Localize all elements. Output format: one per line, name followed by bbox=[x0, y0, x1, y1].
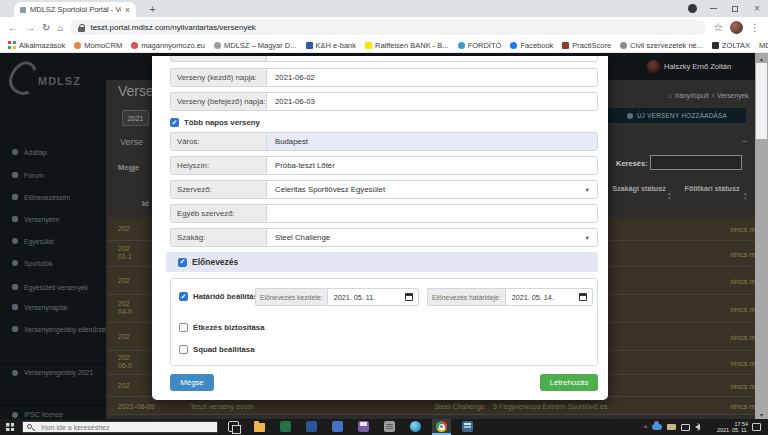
multiday-checkbox[interactable]: ✓ bbox=[170, 118, 179, 127]
squad-checkbox[interactable] bbox=[179, 345, 188, 354]
chrome-update-icon[interactable] bbox=[688, 4, 697, 13]
tab-close-icon[interactable]: × bbox=[125, 5, 130, 15]
action-center-icon[interactable] bbox=[752, 423, 761, 431]
bookmark-star-icon[interactable]: ☆ bbox=[713, 21, 723, 34]
year-tab[interactable]: 2021 bbox=[122, 110, 149, 126]
prereg-deadline-input[interactable]: 2021. 05. 14. bbox=[505, 288, 593, 306]
forward-icon[interactable]: → bbox=[25, 22, 35, 33]
sort-icon[interactable]: ▴▾ bbox=[744, 191, 747, 200]
scroll-down-icon[interactable]: ▾ bbox=[755, 409, 768, 419]
sort-icon[interactable]: ▴▾ bbox=[668, 191, 671, 200]
division-select[interactable]: Steel Challenge ▼ bbox=[266, 228, 598, 247]
browser-menu-icon[interactable]: ⋮ bbox=[750, 22, 760, 33]
window-maximize-button[interactable] bbox=[724, 0, 746, 17]
bookmark-item[interactable]: PractiScore bbox=[562, 41, 611, 50]
taskbar-search-input[interactable] bbox=[39, 422, 215, 432]
bookmark-item[interactable]: Facebook bbox=[510, 41, 553, 50]
archive-app-icon[interactable] bbox=[384, 421, 395, 432]
task-view-icon[interactable] bbox=[228, 421, 239, 432]
preregistration-checkbox[interactable]: ✓ bbox=[178, 258, 187, 267]
bookmark-item[interactable]: magannyomozo.eu bbox=[131, 41, 205, 50]
bookmark-apps[interactable]: Alkalmazások bbox=[8, 41, 65, 50]
onedrive-cloud-icon[interactable] bbox=[652, 424, 662, 430]
scrollbar-thumb[interactable] bbox=[756, 63, 767, 139]
url-field[interactable]: teszt.portal.mdlsz.com/nyilvantartas/ver… bbox=[70, 20, 706, 35]
scroll-up-icon[interactable]: ▴ bbox=[755, 53, 768, 63]
file-explorer-icon[interactable] bbox=[254, 423, 265, 432]
bookmark-item[interactable]: Civil szervezetek né... bbox=[620, 41, 703, 50]
create-button[interactable]: Létrehozás bbox=[540, 374, 598, 391]
sidebar-item-egyesulet[interactable]: Egyesület bbox=[0, 232, 106, 250]
sidebar-item-egyesuleti-versenyek[interactable]: Egyesületi versenyek bbox=[0, 278, 106, 296]
battery-icon[interactable] bbox=[667, 424, 676, 430]
reload-icon[interactable]: ↻ bbox=[42, 22, 50, 33]
sidebar-item-ipsc-licence[interactable]: IPSC licence bbox=[0, 405, 106, 419]
edge-icon[interactable] bbox=[410, 421, 421, 432]
deadline-checkbox[interactable]: ✓ bbox=[179, 292, 188, 301]
chrome-icon[interactable] bbox=[436, 421, 447, 432]
column-header-division-status[interactable]: Szakági státusz bbox=[612, 184, 666, 193]
field-label: Egyéb szervező: bbox=[170, 204, 266, 223]
column-header-secretary-status[interactable]: Főtitkári státusz bbox=[684, 184, 740, 193]
save-app-icon[interactable] bbox=[358, 421, 369, 432]
sidebar-item-versenyengedely-2021[interactable]: Versenyengedély 2021 bbox=[0, 363, 106, 381]
apps-grid-icon bbox=[8, 41, 16, 49]
windows-start-icon[interactable] bbox=[6, 423, 14, 431]
prereg-start-input[interactable]: 2021. 05. 11. bbox=[327, 288, 419, 306]
window-minimize-button[interactable] bbox=[702, 0, 724, 17]
sidebar-item-elonevezeseim[interactable]: Előnevezéseim bbox=[0, 188, 106, 206]
bookmark-item[interactable]: K&H e-bank bbox=[306, 41, 356, 50]
panel-collapse-icon[interactable]: − bbox=[742, 136, 747, 146]
organizer-select[interactable]: Celeritas Sportlövész Egyesület ▼ bbox=[266, 180, 598, 199]
bookmark-item[interactable]: MDLSZ TESZT Spor... bbox=[759, 41, 768, 50]
user-avatar[interactable] bbox=[647, 60, 660, 73]
browser-profile-avatar[interactable] bbox=[730, 21, 743, 34]
url-text[interactable]: teszt.portal.mdlsz.com/nyilvantartas/ver… bbox=[90, 23, 255, 32]
blue-app-icon[interactable] bbox=[332, 421, 343, 432]
sidebar-item-adatlap[interactable]: Adatlap bbox=[0, 143, 106, 161]
start-date-input[interactable]: 2021-06-02 bbox=[266, 68, 598, 87]
word-icon[interactable] bbox=[306, 421, 317, 432]
back-icon[interactable]: ← bbox=[8, 22, 18, 33]
browser-tab[interactable]: MDLSZ Sportolói Portál - Versen × bbox=[14, 2, 136, 17]
deadline-toggle-row: ✓ Határidő beállítása bbox=[179, 292, 262, 301]
table-search-input[interactable] bbox=[650, 155, 742, 170]
window-close-button[interactable]: × bbox=[746, 0, 768, 17]
tray-chevron-icon[interactable]: ^ bbox=[644, 424, 647, 431]
bookmark-item[interactable]: FORDÍTÓ bbox=[458, 41, 502, 50]
meals-checkbox[interactable] bbox=[179, 323, 188, 332]
page-scrollbar[interactable]: ▴ ▾ bbox=[755, 53, 768, 419]
cancel-button[interactable]: Mégse bbox=[170, 374, 214, 391]
bookmark-item[interactable]: Raiffeisen BANK - B... bbox=[365, 41, 449, 50]
bookmark-item[interactable]: ZOLTAX bbox=[712, 41, 750, 50]
bookmark-favicon-icon bbox=[74, 42, 81, 49]
preregistration-panel: ✓ Határidő beállítása Előnevezés kezdete… bbox=[170, 278, 598, 366]
tab-favicon-icon bbox=[20, 7, 26, 13]
end-date-input[interactable]: 2021-06-03 bbox=[266, 92, 598, 111]
venue-input[interactable]: Próba-teszt Lőtér bbox=[266, 156, 598, 175]
breadcrumb-home[interactable]: Irányítópult bbox=[675, 92, 709, 99]
city-input[interactable]: Budapest bbox=[266, 132, 598, 151]
field-row-cutoff bbox=[170, 56, 598, 62]
sidebar-item-versenynaptar[interactable]: Versenynaptár bbox=[0, 298, 106, 316]
sidebar-item-sportolok[interactable]: Sportolók bbox=[0, 254, 106, 272]
sidebar-item-versenyengedely-ellenorzese[interactable]: Versenyengedély ellenőrzése bbox=[0, 320, 106, 338]
excel-icon[interactable] bbox=[280, 421, 291, 432]
sidebar-item-versenyeim[interactable]: Versenyeim bbox=[0, 210, 106, 228]
taskbar-clock[interactable]: 17:54 2021. 05. 11. bbox=[706, 421, 748, 434]
bookmark-item[interactable]: MomoCRM bbox=[74, 41, 122, 50]
new-tab-button[interactable]: + bbox=[146, 2, 159, 15]
text-input[interactable] bbox=[266, 56, 598, 62]
monitor-icon[interactable] bbox=[681, 424, 690, 431]
taskbar-search[interactable] bbox=[22, 421, 218, 433]
sidebar-item-forum[interactable]: Fórum bbox=[0, 166, 106, 184]
calendar-icon[interactable] bbox=[579, 293, 587, 301]
bookmark-item[interactable]: MDLSZ – Magyar D... bbox=[214, 41, 297, 50]
calendar-icon[interactable] bbox=[405, 293, 413, 301]
speaker-icon[interactable] bbox=[695, 424, 700, 430]
teal-app-icon[interactable] bbox=[462, 421, 473, 432]
other-organizer-input[interactable] bbox=[266, 204, 598, 223]
home-icon[interactable]: ⌂ bbox=[57, 22, 63, 33]
add-competition-button[interactable]: ÚJ VERSENY HOZZÁADÁSA bbox=[608, 108, 746, 123]
user-name[interactable]: Halszky Ernő Zoltán bbox=[664, 62, 731, 71]
